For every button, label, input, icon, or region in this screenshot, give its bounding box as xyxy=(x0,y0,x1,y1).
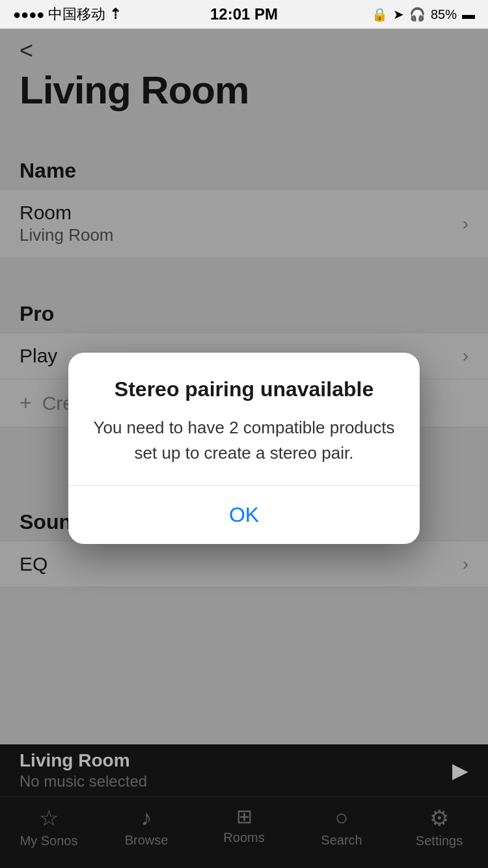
location-icon: ➤ xyxy=(393,7,404,22)
status-left: ●●●● 中国移动 ⇡ xyxy=(13,5,121,24)
headphones-icon: 🎧 xyxy=(409,7,426,22)
modal-footer: OK xyxy=(68,486,420,544)
modal-title: Stereo pairing unavailable xyxy=(92,376,396,403)
status-bar: ●●●● 中国移动 ⇡ 12:01 PM 🔒 ➤ 🎧 85% ▬ xyxy=(0,0,488,29)
signal-icon: ●●●● xyxy=(13,7,44,22)
modal-body: Stereo pairing unavailable You need to h… xyxy=(68,353,420,466)
modal-dialog: Stereo pairing unavailable You need to h… xyxy=(68,353,420,544)
wifi-icon: ⇡ xyxy=(109,6,121,23)
status-time: 12:01 PM xyxy=(210,5,278,23)
main-content: < Living Room Name Room Living Room › Pr… xyxy=(0,29,488,868)
modal-ok-button[interactable]: OK xyxy=(68,486,420,544)
status-right: 🔒 ➤ 🎧 85% ▬ xyxy=(372,7,475,22)
battery-icon: ▬ xyxy=(462,7,475,22)
carrier-label: 中国移动 xyxy=(48,5,105,24)
lock-icon: 🔒 xyxy=(372,7,388,22)
modal-message: You need to have 2 compatible products s… xyxy=(92,415,396,466)
battery-label: 85% xyxy=(431,7,457,22)
modal-overlay: Stereo pairing unavailable You need to h… xyxy=(0,29,488,868)
